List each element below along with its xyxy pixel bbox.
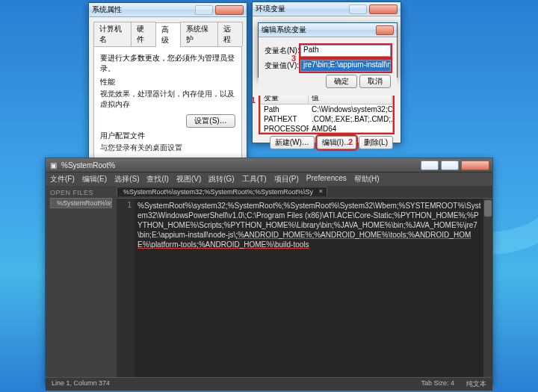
window-title: 环境变量 <box>256 4 349 14</box>
tab-hardware[interactable]: 硬件 <box>131 22 156 46</box>
menu-tools[interactable]: 工具(T) <box>242 174 267 184</box>
tab-remote[interactable]: 远程 <box>217 22 243 46</box>
menu-find[interactable]: 查找(I) <box>146 174 168 184</box>
titlebar-envvars[interactable]: 环境变量 <box>253 2 401 16</box>
table-row[interactable]: PROCESSOR_AR…AMD64 <box>261 124 392 133</box>
menu-select[interactable]: 选择(S) <box>114 174 139 184</box>
menu-edit[interactable]: 编辑(E) <box>82 174 107 184</box>
perf-settings-button[interactable]: 设置(S)… <box>186 114 235 128</box>
system-properties-window: 系统属性 计算机名 硬件 高级 系统保护 远程 要进行大多数更改，您必须作为管理… <box>88 2 247 162</box>
window-title: 系统属性 <box>92 4 195 15</box>
profile-head: 用户配置文件 <box>100 131 235 141</box>
var-value-input[interactable]: jre7\bin;E:\appium-install\node;% <box>300 60 391 72</box>
maximize-button[interactable] <box>441 161 459 170</box>
menu-preferences[interactable]: Preferences <box>306 174 347 184</box>
menu-view[interactable]: 视图(V) <box>176 174 201 184</box>
vertical-scrollbar[interactable] <box>483 199 492 377</box>
open-file-item[interactable]: %SystemRoot%\system3 <box>50 198 112 208</box>
sidebar: OPEN FILES %SystemRoot%\system3 <box>46 186 117 377</box>
delete-sysvar-button[interactable]: 删除(L) <box>359 136 393 149</box>
var-name-input[interactable]: Path <box>300 45 391 57</box>
new-sysvar-button[interactable]: 新建(W)… <box>270 136 315 149</box>
document-pane[interactable]: %SystemRoot%\system32;%SystemRoot%;%Syst… <box>117 198 492 377</box>
annotation-2: 2 <box>348 137 353 146</box>
ok-button[interactable]: 确定 <box>326 75 357 88</box>
titlebar-editor[interactable]: ▣ %SystemRoot% <box>46 158 492 172</box>
tab-body: 要进行大多数更改，您必须作为管理员登录。 性能 视觉效果，处理器计划，内存使用，… <box>93 47 242 169</box>
status-filetype[interactable]: 纯文本 <box>466 379 486 389</box>
open-files-label: OPEN FILES <box>46 186 117 198</box>
menu-bar: 文件(F) 编辑(E) 选择(S) 查找(I) 视图(V) 跳转(G) 工具(T… <box>46 172 492 186</box>
status-bar: Line 1, Column 374 Tab Size: 4 纯文本 <box>46 377 492 391</box>
perf-head: 性能 <box>100 77 235 87</box>
menu-project[interactable]: 项目(P) <box>274 174 299 184</box>
code-content[interactable]: %SystemRoot%\system32;%SystemRoot%;%Syst… <box>137 201 482 249</box>
help-button[interactable] <box>349 4 367 14</box>
intro-text: 要进行大多数更改，您必须作为管理员登录。 <box>100 53 235 74</box>
tab-advanced[interactable]: 高级 <box>155 22 181 47</box>
window-title: 编辑系统变量 <box>262 25 376 35</box>
menu-help[interactable]: 帮助(H) <box>354 174 380 184</box>
titlebar-editvar[interactable]: 编辑系统变量 <box>259 23 397 37</box>
document-tab[interactable]: %SystemRoot%\system32;%SystemRoot%;%Syst… <box>117 187 327 196</box>
close-button[interactable] <box>461 161 489 170</box>
annotation-3: 3 <box>291 54 296 63</box>
tabstrip: 计算机名 硬件 高级 系统保护 远程 <box>93 22 242 47</box>
gutter: 1 <box>117 199 134 377</box>
sysvars-table[interactable]: 变量 值 PathC:\Windows\system32;C:\Windows;… <box>260 91 393 133</box>
close-button[interactable] <box>369 4 398 14</box>
window-title: %SystemRoot% <box>61 161 421 169</box>
menu-goto[interactable]: 跳转(G) <box>208 174 234 184</box>
status-cursor: Line 1, Column 374 <box>52 379 110 389</box>
profile-desc: 与您登录有关的桌面设置 <box>100 143 235 153</box>
annotation-1: 1 <box>251 96 256 105</box>
table-row[interactable]: PATHEXT.COM;.EXE;.BAT;.CMD;.VBS;.VBE;… <box>261 114 392 124</box>
editor-window: ▣ %SystemRoot% 文件(F) 编辑(E) 选择(S) 查找(I) 视… <box>45 158 493 385</box>
tab-protection[interactable]: 系统保护 <box>180 22 218 46</box>
help-button[interactable] <box>195 5 213 15</box>
titlebar-sysprops[interactable]: 系统属性 <box>89 3 247 17</box>
table-row[interactable]: PathC:\Windows\system32;C:\Windows;… <box>261 105 392 114</box>
edit-sysvar-dialog: 编辑系统变量 变量名(N): Path 变量值(V): 3 jre7\bin;E… <box>258 22 398 78</box>
menu-file[interactable]: 文件(F) <box>50 174 75 184</box>
status-tabsize[interactable]: Tab Size: 4 <box>421 379 454 389</box>
editor-icon: ▣ <box>49 161 58 170</box>
close-button[interactable] <box>215 5 244 15</box>
tab-computer-name[interactable]: 计算机名 <box>93 22 132 46</box>
close-button[interactable] <box>376 25 394 35</box>
cancel-button[interactable]: 取消 <box>359 75 391 88</box>
minimize-button[interactable] <box>421 161 439 170</box>
perf-desc: 视觉效果，处理器计划，内存使用，以及虚拟内存 <box>100 89 235 110</box>
